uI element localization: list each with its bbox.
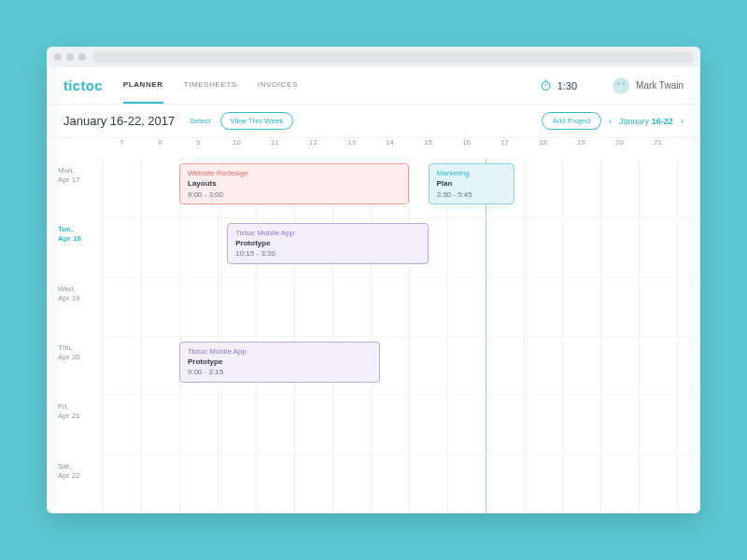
week-nav-label[interactable]: January 16-22 — [619, 117, 673, 126]
day-labels: Mon,Apr 17Tue,Apr 18Wed,Apr 19Thu,Apr 20… — [47, 138, 103, 513]
nav-tabs: PLANNERTIMESHEETSINVOICES — [123, 67, 298, 104]
prev-week-icon[interactable]: ‹ — [609, 116, 612, 126]
window-titlebar — [47, 47, 700, 67]
event-project: Tictoc Mobile App — [188, 347, 372, 357]
event-block[interactable]: Website RedesignLayouts9:00 - 3:00 — [179, 163, 409, 204]
day-row[interactable]: Website RedesignLayouts9:00 - 3:00Market… — [103, 159, 700, 217]
day-label[interactable]: Thu,Apr 20 — [47, 336, 103, 395]
day-label[interactable]: Mon,Apr 17 — [47, 159, 103, 217]
browser-window: tictoc PLANNERTIMESHEETSINVOICES 1:30 ° … — [47, 47, 700, 513]
close-icon[interactable] — [54, 53, 62, 61]
window-controls[interactable] — [54, 53, 86, 61]
user-menu[interactable]: ° ° Mark Twain — [613, 77, 684, 94]
day-label[interactable]: Fri,Apr 21 — [47, 395, 103, 454]
event-block[interactable]: Tictoc Mobile AppPrototype10:15 - 3:30 — [227, 223, 428, 264]
hour-header: 789101112131415161718192021 — [103, 138, 700, 159]
tab-timesheets[interactable]: TIMESHEETS — [184, 67, 237, 104]
user-name: Mark Twain — [636, 80, 684, 91]
event-project: Tictoc Mobile App — [235, 229, 419, 238]
planner-grid: Mon,Apr 17Tue,Apr 18Wed,Apr 19Thu,Apr 20… — [47, 138, 700, 513]
view-this-week-button[interactable]: View This Week — [220, 112, 294, 130]
event-time: 3:30 - 5:45 — [437, 190, 506, 200]
event-time: 10:15 - 3:30 — [235, 249, 419, 259]
event-task: Prototype — [188, 357, 372, 367]
day-row[interactable]: Tictoc Mobile AppPrototype10:15 - 3:30 — [103, 217, 700, 277]
event-time: 9:00 - 3:00 — [188, 190, 401, 200]
timer[interactable]: 1:30 — [540, 79, 577, 91]
event-time: 9:00 - 2:15 — [188, 368, 372, 377]
svg-point-0 — [542, 82, 550, 91]
next-week-icon[interactable]: › — [681, 116, 684, 126]
day-row[interactable] — [103, 395, 700, 455]
event-project: Website Redesign — [188, 169, 401, 178]
subheader: January 16-22, 2017 Select View This Wee… — [47, 105, 700, 138]
minimize-icon[interactable] — [66, 53, 74, 61]
day-label[interactable]: Wed,Apr 19 — [47, 277, 103, 336]
add-project-button[interactable]: Add Project — [542, 112, 600, 130]
timer-value: 1:30 — [557, 80, 577, 91]
day-row[interactable] — [103, 455, 700, 514]
event-project: Marketing — [437, 169, 506, 178]
date-range-title: January 16-22, 2017 — [63, 114, 175, 128]
day-row[interactable]: Tictoc Mobile AppPrototype9:00 - 2:15 — [103, 336, 700, 396]
stopwatch-icon — [540, 79, 552, 91]
day-row[interactable] — [103, 276, 700, 336]
url-bar[interactable] — [93, 51, 693, 63]
planner-rows: Website RedesignLayouts9:00 - 3:00Market… — [103, 159, 700, 513]
brand-logo[interactable]: tictoc — [63, 77, 103, 93]
event-block[interactable]: Tictoc Mobile AppPrototype9:00 - 2:15 — [179, 342, 380, 383]
day-label[interactable]: Tue,Apr 18 — [47, 217, 103, 276]
app-nav: tictoc PLANNERTIMESHEETSINVOICES 1:30 ° … — [47, 67, 700, 105]
tab-invoices[interactable]: INVOICES — [258, 67, 298, 104]
day-label[interactable]: Sat,Apr 22 — [47, 455, 103, 513]
maximize-icon[interactable] — [78, 53, 86, 61]
tab-planner[interactable]: PLANNER — [123, 67, 163, 104]
event-task: Prototype — [235, 239, 419, 248]
avatar: ° ° — [613, 77, 629, 94]
event-task: Plan — [437, 179, 506, 189]
select-link[interactable]: Select — [190, 117, 210, 125]
event-block[interactable]: MarketingPlan3:30 - 5:45 — [429, 163, 514, 204]
event-task: Layouts — [188, 179, 401, 189]
